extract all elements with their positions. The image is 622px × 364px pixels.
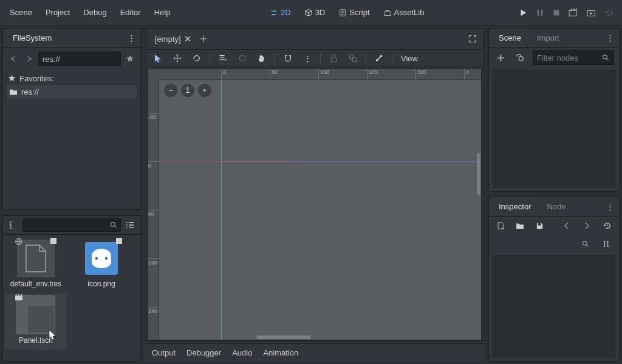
stop-icon[interactable]: [553, 9, 560, 16]
pan-tool-icon[interactable]: [255, 52, 268, 65]
save-resource-icon[interactable]: [533, 219, 546, 232]
file-search-input[interactable]: [22, 218, 121, 232]
select-tool-icon[interactable]: [151, 52, 165, 65]
svg-rect-16: [15, 295, 22, 300]
new-resource-icon[interactable]: [494, 219, 507, 232]
file-label: default_env.tres: [10, 280, 62, 289]
scene-dock-tab[interactable]: Scene: [491, 30, 528, 46]
tree-view-icon[interactable]: [7, 218, 20, 232]
favorite-icon[interactable]: [123, 52, 137, 66]
viewport-2d[interactable]: 0 80 160 240 320 4 -80 0 80 160 240: [148, 69, 482, 340]
folder-icon: [9, 88, 18, 95]
bottom-tab-animation[interactable]: Animation: [263, 348, 298, 357]
workspace-script[interactable]: Script: [333, 5, 374, 19]
menu-scene[interactable]: Scene: [5, 4, 37, 21]
file-label: Panel.tscn: [19, 336, 53, 345]
menu-project[interactable]: Project: [41, 4, 75, 21]
instance-icon[interactable]: [513, 51, 527, 64]
rotate-tool-icon[interactable]: [190, 52, 203, 65]
import-dock-tab[interactable]: Import: [530, 30, 567, 46]
workspace-script-label: Script: [349, 8, 369, 17]
horizontal-scrollbar[interactable]: [256, 335, 311, 339]
bone-icon[interactable]: [372, 52, 386, 65]
spinner-icon: [605, 8, 613, 17]
inspector-area[interactable]: [493, 255, 615, 357]
zoom-in-button[interactable]: +: [198, 84, 211, 97]
filesystem-tab[interactable]: FileSystem: [5, 30, 59, 46]
scene-tab-empty[interactable]: [empty]: [150, 32, 196, 47]
view-menu[interactable]: View: [398, 54, 420, 63]
file-default-env[interactable]: default_env.tres: [5, 240, 66, 289]
path-input[interactable]: res://: [38, 52, 121, 66]
menu-editor[interactable]: Editor: [115, 4, 146, 21]
dock-options-icon[interactable]: ⋮: [603, 200, 617, 214]
dock-options-icon[interactable]: ⋮: [603, 32, 617, 45]
file-icon-png[interactable]: icon.png: [71, 240, 132, 289]
godot-logo-icon: [85, 242, 118, 275]
list-select-icon[interactable]: [216, 52, 230, 65]
expand-icon[interactable]: [466, 32, 479, 46]
lock-icon[interactable]: [327, 52, 340, 65]
group-icon[interactable]: [346, 52, 360, 65]
workspace-2d-label: 2D: [281, 8, 291, 17]
search-icon: [110, 221, 118, 229]
workspace-assetlib[interactable]: AssetLib: [378, 5, 429, 19]
workspace-assetlib-label: AssetLib: [394, 8, 425, 17]
snap-options-icon[interactable]: ⋮: [301, 52, 314, 65]
close-icon[interactable]: [185, 36, 191, 42]
file-label: icon.png: [87, 280, 115, 289]
snap-icon[interactable]: [281, 52, 295, 65]
history-prev-icon[interactable]: [559, 219, 573, 232]
move-tool-icon[interactable]: [171, 52, 184, 65]
file-icon: [24, 244, 48, 273]
history-icon[interactable]: [601, 219, 614, 232]
pause-icon[interactable]: [536, 8, 544, 17]
grid-view-icon[interactable]: [123, 218, 137, 232]
bottom-tab-debugger[interactable]: Debugger: [186, 348, 221, 357]
zoom-reset-button[interactable]: 1: [181, 84, 194, 97]
inspector-tab[interactable]: Inspector: [491, 198, 538, 215]
svg-point-25: [604, 241, 606, 243]
res-root-row[interactable]: res://: [7, 85, 137, 98]
favorites-row[interactable]: Favorites:: [7, 72, 137, 85]
zoom-out-button[interactable]: −: [164, 84, 177, 97]
history-next-icon[interactable]: [580, 219, 593, 232]
svg-point-26: [607, 245, 609, 247]
svg-rect-2: [541, 9, 543, 16]
play-scene-icon[interactable]: [569, 8, 578, 17]
svg-rect-4: [569, 10, 576, 16]
script-icon: [338, 8, 347, 17]
nav-forward-icon[interactable]: [22, 52, 36, 66]
menu-help[interactable]: Help: [149, 4, 176, 21]
node-tab[interactable]: Node: [539, 198, 573, 215]
svg-rect-17: [331, 58, 337, 62]
cursor-icon: [49, 329, 57, 340]
add-scene-icon[interactable]: [197, 32, 210, 46]
svg-point-6: [607, 10, 612, 15]
play-icon[interactable]: [519, 8, 527, 17]
play-custom-scene-icon[interactable]: [587, 8, 596, 17]
svg-rect-10: [116, 238, 122, 244]
lock-select-icon[interactable]: [236, 52, 249, 65]
menu-debug[interactable]: Debug: [78, 4, 111, 21]
bottom-tab-output[interactable]: Output: [152, 348, 176, 357]
filter-props-icon[interactable]: [579, 237, 592, 251]
add-node-icon[interactable]: [494, 51, 507, 64]
scene-tree-area[interactable]: [493, 70, 615, 187]
file-panel-tscn[interactable]: Panel.tscn: [5, 294, 66, 350]
filter-nodes-input[interactable]: Filter nodes: [533, 50, 614, 65]
nav-back-icon[interactable]: [7, 52, 20, 66]
scene-tab-label: [empty]: [155, 35, 181, 44]
workspace-2d[interactable]: 2D: [265, 5, 296, 19]
workspace-3d-label: 3D: [315, 8, 326, 17]
svg-rect-3: [554, 10, 559, 15]
settings-icon[interactable]: [600, 237, 613, 251]
bottom-tab-audio[interactable]: Audio: [232, 348, 252, 357]
svg-rect-15: [100, 260, 103, 261]
swap-icon: [270, 8, 278, 17]
res-root-label: res://: [21, 87, 39, 96]
workspace-3d[interactable]: 3D: [299, 5, 330, 19]
open-resource-icon[interactable]: [513, 219, 527, 232]
dock-options-icon[interactable]: ⋮: [125, 32, 138, 45]
vertical-scrollbar[interactable]: [477, 153, 480, 195]
